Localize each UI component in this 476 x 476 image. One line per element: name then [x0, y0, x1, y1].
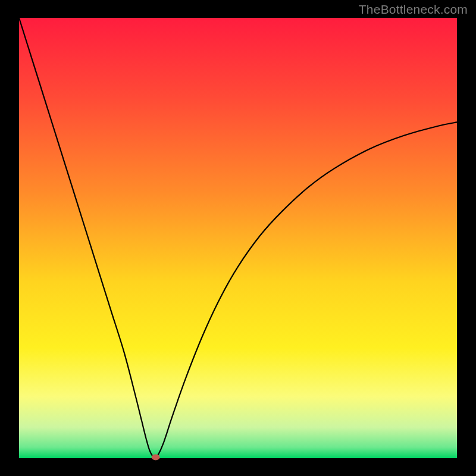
gradient-background: [19, 18, 457, 458]
bottleneck-chart: [0, 0, 476, 476]
minimum-marker: [152, 455, 160, 461]
chart-frame: TheBottleneck.com: [0, 0, 476, 476]
